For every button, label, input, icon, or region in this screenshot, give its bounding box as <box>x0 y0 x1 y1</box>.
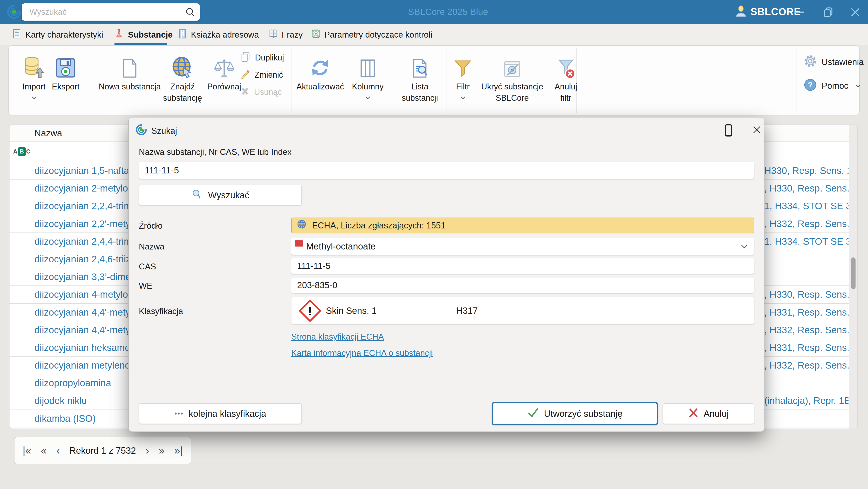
kolejna-klasyfikacja-button[interactable]: ••• kolejna klasyfikacja <box>139 403 302 424</box>
vertical-scrollbar[interactable] <box>849 125 857 429</box>
search-icon[interactable] <box>185 6 196 18</box>
substance-name: diizopropyloamina <box>34 374 111 392</box>
substance-search-input[interactable] <box>139 162 754 179</box>
ribbon: Import Eksport Pliki Nowa substancja Zna… <box>8 45 860 116</box>
minimize-button[interactable] <box>789 0 810 24</box>
zrodlo-value-bar[interactable]: ECHA, Liczba zgłaszających: 1551 <box>291 218 754 233</box>
nazwa-label: Nazwa <box>139 242 164 252</box>
pencil-icon <box>240 69 250 81</box>
substance-classification-fragment: , H332, Resp. Sens. 1,... <box>764 357 848 374</box>
echa-classification-link[interactable]: Strona klasyfikacji ECHA <box>291 332 384 341</box>
datasheet-icon <box>12 29 22 41</box>
ukryc-substancje-button[interactable]: Ukryć substancje SBLCore <box>474 49 550 103</box>
substance-classification-fragment: , H332, Resp. Sens. 1,... <box>764 215 848 233</box>
duplikuj-button[interactable]: Duplikuj <box>240 51 298 65</box>
substance-classification-fragment: 1, H334, STOT SE 3,... <box>764 233 848 250</box>
funnel-icon <box>452 49 474 79</box>
nowa-substancja-button[interactable]: Nowa substancja <box>96 49 164 92</box>
wyszukac-button[interactable]: Wyszukać <box>139 185 302 205</box>
tab-frazy[interactable]: Frazy <box>268 24 303 45</box>
list-search-icon <box>397 49 442 79</box>
substance-classification-fragment: (inhalacja), Repr. 1B... <box>764 392 848 410</box>
close-button[interactable] <box>845 0 866 24</box>
pager-fast-next-button[interactable]: » <box>159 445 165 457</box>
columns-icon <box>347 49 388 79</box>
red-x-icon <box>688 408 699 420</box>
pager-next-button[interactable]: › <box>146 445 149 457</box>
user-icon <box>735 5 747 19</box>
porownaj-button[interactable]: Porównaj <box>203 49 246 92</box>
app-logo-icon <box>6 4 22 21</box>
abc-filter-icon[interactable]: ABC <box>13 148 30 156</box>
echa-globe-icon <box>296 219 307 232</box>
classification-name: Skin Sens. 1 <box>326 297 377 324</box>
scales-icon <box>203 49 246 79</box>
global-search-input[interactable] <box>29 3 179 21</box>
nazwa-combobox[interactable]: Methyl-octanoate <box>291 238 754 255</box>
tab-karty-charakterystyki[interactable]: Karty charakterystyki <box>12 24 103 45</box>
dialog-logo-icon <box>135 123 148 137</box>
substance-classification-fragment: , H332, Resp. Sens. 1,... <box>764 321 848 339</box>
tab-label: Frazy <box>282 30 303 40</box>
database-import-icon <box>20 49 48 79</box>
tab-label: Parametry dotyczące kontroli <box>324 30 432 40</box>
filtr-button[interactable]: Filtr <box>452 49 474 99</box>
column-header-nazwa[interactable]: Nazwa <box>34 128 62 138</box>
nazwa-value: Methyl-octanoate <box>306 238 376 255</box>
pager-first-button[interactable]: |« <box>23 445 31 457</box>
tab-parametry-kontroli[interactable]: Parametry dotyczące kontroli <box>311 24 432 45</box>
pomoc-button[interactable]: ? Pomoc <box>803 78 860 94</box>
delete-x-icon <box>240 86 250 98</box>
substance-search-input-wrap[interactable] <box>139 162 754 179</box>
pager-fast-prev-button[interactable]: « <box>41 445 46 457</box>
book-icon <box>268 29 279 41</box>
tab-substancje[interactable]: Substancje <box>114 24 173 45</box>
svg-text:?: ? <box>808 80 813 89</box>
flask-icon <box>114 29 125 41</box>
substance-name: dikamba (ISO) <box>34 410 96 427</box>
cas-field[interactable]: 111-11-5 <box>291 258 754 274</box>
cas-value: 111-11-5 <box>297 258 331 274</box>
tab-label: Książka adresowa <box>191 30 259 40</box>
search-field-label: Nazwa substancji, Nr CAS, WE lub Index <box>139 148 291 157</box>
kolumny-button[interactable]: Kolumny <box>347 49 388 99</box>
ustawienia-button[interactable]: Ustawienia <box>803 54 864 70</box>
lista-substancji-button[interactable]: Lista substancji <box>397 49 442 103</box>
znajdz-substancje-button[interactable]: Znajdź substancję <box>159 49 206 103</box>
substance-classification-fragment: 1, H334, STOT SE 3,... <box>764 197 848 215</box>
aktualizowac-button[interactable]: Aktualizować <box>293 49 347 92</box>
eksport-button[interactable]: Eksport <box>50 49 82 92</box>
dialog-close-button[interactable] <box>752 125 762 136</box>
pager-record-label: Rekord 1 z 7532 <box>69 446 136 456</box>
restore-button[interactable] <box>818 0 838 24</box>
substance-classification-fragment: , H330, Resp. Sens. 1,... <box>764 286 848 303</box>
chevron-down-icon <box>856 83 861 87</box>
echa-infocard-link[interactable]: Karta informacyjna ECHA o substancji <box>291 349 433 358</box>
zmienic-button[interactable]: Zmienić <box>240 68 298 82</box>
chevron-down-icon[interactable] <box>741 242 747 248</box>
poland-flag-icon <box>295 240 303 253</box>
gear-icon <box>803 54 817 70</box>
check-icon <box>527 407 539 420</box>
import-button[interactable]: Import <box>20 49 48 99</box>
substance-name: dijodek niklu <box>34 392 87 410</box>
pager-prev-button[interactable]: ‹ <box>56 445 60 457</box>
new-page-icon <box>96 49 164 79</box>
chevron-down-icon <box>365 94 370 99</box>
anuluj-button[interactable]: Anuluj <box>662 403 754 424</box>
utworzyc-substancje-button[interactable]: Utworzyć substanję <box>492 402 658 425</box>
anuluj-filtr-button[interactable]: Anuluj filtr <box>551 49 581 103</box>
tab-ksiazka-adresowa[interactable]: Książka adresowa <box>177 24 259 45</box>
dialog-maximize-button[interactable] <box>725 124 732 136</box>
chevron-down-icon <box>31 94 36 99</box>
we-field[interactable]: 203-835-0 <box>291 278 754 293</box>
scrollbar-thumb[interactable] <box>851 257 856 289</box>
dialog-title: Szukaj <box>151 126 177 136</box>
pager-last-button[interactable]: »| <box>174 445 183 457</box>
window-title: SBLCore 2025 Blue <box>408 7 488 17</box>
substance-classification-fragment: H330, Resp. Sens. 1,... <box>764 162 848 180</box>
global-search-box[interactable] <box>22 3 200 21</box>
zrodlo-label: Źródło <box>139 221 163 231</box>
title-bar: SBLCore 2025 Blue SBLCORE <box>0 0 868 24</box>
klasyfikacja-label: Klasyfikacja <box>139 306 183 316</box>
